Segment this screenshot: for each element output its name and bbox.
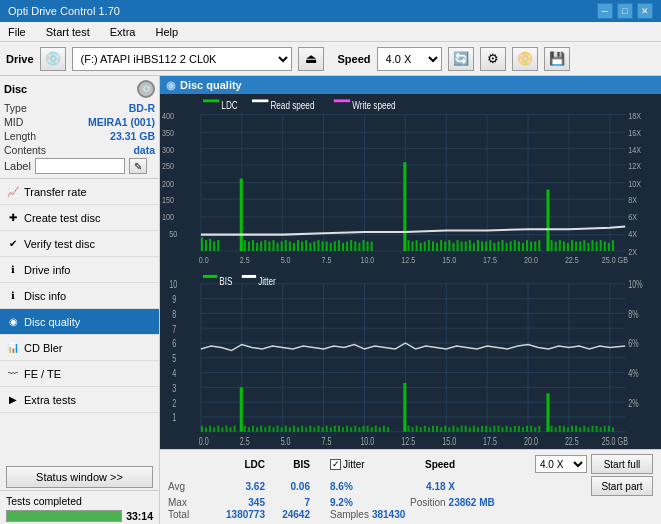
top-chart-svg: 400 350 300 250 200 150 100 50 18X 16X 1…	[160, 94, 661, 272]
svg-rect-103	[444, 241, 446, 251]
svg-rect-197	[201, 425, 203, 431]
svg-text:6X: 6X	[628, 211, 637, 222]
svg-text:100: 100	[162, 211, 174, 222]
svg-rect-130	[559, 240, 561, 251]
svg-text:8%: 8%	[628, 308, 638, 320]
svg-rect-226	[322, 427, 324, 431]
svg-rect-269	[510, 427, 512, 431]
svg-rect-267	[501, 427, 503, 431]
svg-rect-236	[362, 425, 364, 431]
nav-create-test-disc[interactable]: ✚ Create test disc	[0, 205, 159, 231]
status-window-button[interactable]: Status window >>	[6, 466, 153, 488]
svg-rect-118	[506, 243, 508, 251]
nav-verify-test-disc[interactable]: ✔ Verify test disc	[0, 231, 159, 257]
nav-disc-quality[interactable]: ◉ Disc quality	[0, 309, 159, 335]
menu-extra[interactable]: Extra	[106, 24, 140, 40]
svg-text:22.5: 22.5	[565, 435, 579, 447]
nav-disc-info-icon: ℹ	[6, 289, 20, 303]
nav-drive-info[interactable]: ℹ Drive info	[0, 257, 159, 283]
svg-text:2X: 2X	[628, 246, 637, 257]
eject-button[interactable]: ⏏	[298, 47, 324, 71]
svg-rect-94	[407, 240, 409, 251]
settings-button[interactable]: ⚙	[480, 47, 506, 71]
svg-rect-205	[234, 425, 236, 431]
svg-rect-260	[473, 425, 475, 431]
minimize-button[interactable]: ─	[597, 3, 613, 19]
svg-rect-250	[432, 425, 434, 431]
svg-rect-246	[416, 425, 418, 431]
svg-text:5: 5	[172, 352, 176, 364]
svg-rect-74	[297, 240, 299, 251]
svg-rect-213	[268, 425, 270, 431]
nav-extra-tests[interactable]: ▶ Extra tests	[0, 387, 159, 413]
disc-label-edit-button[interactable]: ✎	[129, 158, 147, 174]
media-button[interactable]: 📀	[512, 47, 538, 71]
svg-rect-244	[407, 425, 409, 431]
svg-rect-204	[230, 427, 232, 431]
svg-rect-81	[326, 241, 328, 251]
nav-create-icon: ✚	[6, 211, 20, 225]
nav-fe-te-icon: 〰	[6, 367, 20, 381]
svg-rect-210	[256, 427, 258, 431]
svg-rect-58	[213, 241, 215, 251]
svg-rect-264	[489, 427, 491, 431]
svg-text:12X: 12X	[628, 160, 641, 171]
svg-rect-241	[383, 425, 385, 431]
nav-disc-info[interactable]: ℹ Disc info	[0, 283, 159, 309]
menu-file[interactable]: File	[4, 24, 30, 40]
svg-rect-285	[579, 427, 581, 431]
maximize-button[interactable]: □	[617, 3, 633, 19]
svg-rect-243	[403, 382, 406, 431]
menu-help[interactable]: Help	[151, 24, 182, 40]
svg-rect-72	[289, 241, 291, 251]
svg-rect-282	[567, 427, 569, 431]
svg-text:5.0: 5.0	[281, 435, 291, 447]
menu-start-test[interactable]: Start test	[42, 24, 94, 40]
svg-rect-284	[575, 425, 577, 431]
jitter-checkbox[interactable]: ✓	[330, 459, 341, 470]
disc-section-title: Disc	[4, 83, 27, 95]
nav-transfer-rate-label: Transfer rate	[24, 186, 87, 198]
disc-contents-row: Contents data	[4, 144, 155, 156]
svg-rect-51	[252, 99, 268, 102]
disc-label-input[interactable]	[35, 158, 125, 174]
svg-rect-140	[600, 240, 602, 251]
svg-text:4: 4	[172, 367, 176, 379]
close-button[interactable]: ✕	[637, 3, 653, 19]
samples-label: Samples	[330, 509, 369, 520]
nav-cd-bler[interactable]: 📊 CD Bler	[0, 335, 159, 361]
start-part-button[interactable]: Start part	[591, 476, 653, 496]
avg-ldc: 3.62	[210, 481, 265, 492]
refresh-button[interactable]: 🔄	[448, 47, 474, 71]
svg-rect-252	[440, 427, 442, 431]
svg-rect-223	[309, 425, 311, 431]
svg-rect-84	[338, 240, 340, 251]
svg-rect-268	[506, 425, 508, 431]
svg-text:7: 7	[172, 323, 176, 335]
nav-fe-te[interactable]: 〰 FE / TE	[0, 361, 159, 387]
stats-speed-dropdown[interactable]: 4.0 X	[535, 455, 587, 473]
svg-rect-257	[461, 425, 463, 431]
svg-rect-62	[248, 241, 250, 251]
svg-text:25.0 GB: 25.0 GB	[602, 254, 629, 265]
disc-type-key: Type	[4, 102, 27, 114]
nav-transfer-rate[interactable]: 📈 Transfer rate	[0, 179, 159, 205]
svg-text:8: 8	[172, 308, 176, 320]
disc-length-val: 23.31 GB	[110, 130, 155, 142]
svg-rect-75	[301, 241, 303, 251]
svg-rect-63	[252, 240, 254, 251]
progress-bar-container	[6, 510, 122, 522]
svg-rect-263	[485, 425, 487, 431]
svg-rect-125	[534, 241, 536, 251]
svg-rect-227	[326, 425, 328, 431]
svg-rect-218	[289, 427, 291, 431]
chart-title: Disc quality	[180, 79, 242, 91]
speed-select[interactable]: 4.0 X	[377, 47, 442, 71]
svg-text:15.0: 15.0	[442, 254, 456, 265]
start-full-button[interactable]: Start full	[591, 454, 653, 474]
svg-rect-67	[268, 241, 270, 251]
save-button[interactable]: 💾	[544, 47, 570, 71]
max-bis: 7	[265, 497, 310, 508]
drive-select[interactable]: (F:) ATAPI iHBS112 2 CL0K	[72, 47, 292, 71]
svg-rect-219	[293, 425, 295, 431]
